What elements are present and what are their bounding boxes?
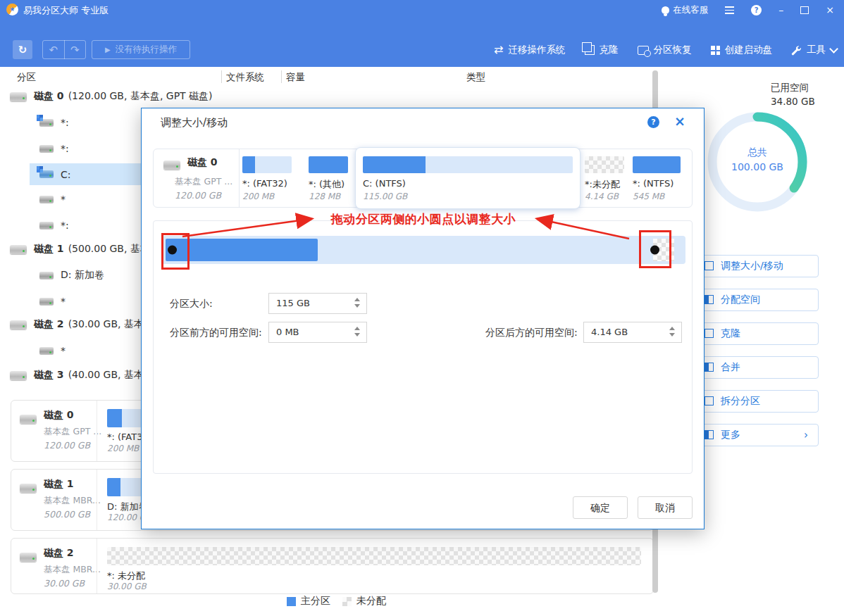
migrate-os-button[interactable]: ⇄ 迁移操作系统 [494, 44, 565, 56]
disk-name: 磁盘 3 [34, 369, 64, 382]
spinner-arrows[interactable] [354, 327, 360, 337]
space-after-input[interactable]: 4.14 GB [583, 322, 682, 343]
space-after-label: 分区后方的可用空间: [485, 322, 578, 343]
divider [239, 149, 240, 207]
clone-button[interactable]: 克隆 [585, 44, 619, 56]
partition-recovery-button[interactable]: 分区恢复 [638, 44, 692, 56]
partition-label: *: [61, 143, 69, 154]
partition-bar-fill [107, 409, 122, 427]
action-allocate-space[interactable]: 分配空间 [696, 289, 819, 311]
close-button[interactable]: × [826, 5, 834, 15]
disk-card-name: 磁盘 0 [44, 409, 74, 422]
action-split-partition[interactable]: 拆分分区 [696, 390, 819, 413]
map-partition-fat32[interactable]: *: (FAT32) 200 MB [242, 149, 303, 207]
partition-bar [309, 156, 348, 173]
partition-bar-fill [363, 156, 426, 173]
spin-up-icon[interactable] [669, 327, 675, 330]
clone-icon [585, 45, 595, 55]
partition-label: C: (NTFS) [363, 178, 406, 189]
spin-down-icon[interactable] [354, 333, 360, 337]
space-after-value: 4.14 GB [591, 322, 628, 342]
map-partition-ntfs2[interactable]: *: (NTFS) 545 MB [633, 149, 692, 207]
create-boot-disk-button[interactable]: 创建启动盘 [711, 44, 773, 56]
action-clone[interactable]: 克隆 [696, 322, 819, 345]
spinner-arrows[interactable] [354, 298, 360, 308]
disk-name: 磁盘 2 [34, 318, 64, 331]
partition-label: *: (NTFS) [633, 178, 674, 189]
windows-badge-icon [37, 115, 43, 121]
dialog-title: 调整大小/移动 [161, 116, 228, 130]
clone-label: 克隆 [600, 44, 619, 56]
wrench-icon [791, 45, 802, 56]
header-chrome: ★ 易我分区大师 专业版 在线客服 ? – × ↻ ↶ ↷ ▶ [0, 0, 844, 67]
partition-label: * [61, 345, 66, 356]
pending-operations-label: 没有待执行操作 [116, 44, 178, 56]
spin-up-icon[interactable] [354, 298, 360, 301]
dialog-close-icon[interactable]: × [674, 113, 685, 129]
disk-name: 磁盘 0 [34, 90, 64, 103]
disk-detail: (120.00 GB, 基本盘, GPT 磁盘) [68, 90, 213, 103]
partition-size-input[interactable]: 115 GB [268, 293, 367, 314]
used-space-label: 已用空间 [771, 82, 809, 94]
undo-button[interactable]: ↶ [43, 44, 64, 56]
spinner-arrows[interactable] [669, 327, 675, 337]
legend-primary-label: 主分区 [301, 595, 330, 608]
partition-bar-fill [107, 478, 120, 496]
action-label: 克隆 [721, 327, 740, 340]
map-partition-c-selected[interactable]: C: (NTFS) 115.00 GB [355, 147, 581, 209]
online-support-button[interactable]: 在线客服 [662, 4, 708, 16]
partition-icon [39, 145, 54, 153]
resize-slider-track[interactable] [161, 236, 685, 264]
disk-icon [10, 92, 27, 101]
redo-button[interactable]: ↷ [65, 44, 86, 56]
windows-badge-icon [37, 166, 43, 172]
app-window: ★ 易我分区大师 专业版 在线客服 ? – × ↻ ↶ ↷ ▶ [0, 0, 844, 616]
column-filesystem: 文件系统 [226, 68, 264, 86]
spin-down-icon[interactable] [354, 304, 360, 308]
partition-recovery-icon [638, 46, 649, 55]
disk-card-2[interactable]: 磁盘 2 基本盘 MBR... 30.00 GB *: 未分配 30.00 GB [11, 538, 654, 594]
operations-list-icon[interactable] [725, 6, 734, 14]
resize-move-dialog: 调整大小/移动 ? × 磁盘 0 基本盘 GPT ... 120.00 GB *… [141, 108, 705, 529]
disk-card-size: 120.00 GB [44, 440, 90, 451]
action-more[interactable]: 更多 › [696, 424, 819, 446]
refresh-button[interactable]: ↻ [13, 40, 32, 59]
column-capacity: 容量 [286, 68, 305, 86]
disk-card-size: 30.00 GB [44, 578, 85, 589]
merge-icon [705, 363, 714, 372]
divider [97, 470, 97, 530]
action-merge[interactable]: 合并 [696, 356, 819, 379]
resize-icon [705, 261, 714, 270]
title-bar: ★ 易我分区大师 专业版 在线客服 ? – × [0, 0, 844, 20]
chevron-down-icon [829, 44, 838, 54]
map-partition-unallocated[interactable]: *:未分配 4.14 GB [585, 149, 630, 207]
ok-button[interactable]: 确定 [573, 496, 628, 519]
disk-icon [163, 161, 180, 170]
partition-bar [242, 156, 292, 173]
space-before-input[interactable]: 0 MB [268, 322, 367, 343]
action-resize-move[interactable]: 调整大小/移动 [696, 255, 819, 277]
divider [97, 401, 97, 461]
allocate-icon [705, 295, 714, 304]
donut-center-text: 总共 100.00 GB [715, 145, 800, 175]
action-label: 合并 [721, 361, 740, 374]
spin-up-icon[interactable] [354, 327, 360, 330]
column-type: 类型 [466, 68, 485, 86]
split-icon [705, 396, 714, 406]
refresh-icon: ↻ [18, 44, 27, 56]
tree-disk-0[interactable]: 磁盘 0 (120.00 GB, 基本盘, GPT 磁盘) [10, 87, 630, 106]
map-partition-other[interactable]: *: (其他) 128 MB [309, 149, 354, 207]
partition-bar [633, 156, 681, 173]
help-icon[interactable]: ? [751, 5, 762, 15]
pending-operations-button[interactable]: ▶ 没有待执行操作 [92, 40, 190, 59]
partition-label: D: 新加卷 [61, 269, 104, 282]
disk-icon [20, 415, 37, 424]
unallocated-bar[interactable] [107, 547, 641, 565]
spin-down-icon[interactable] [669, 333, 675, 337]
dialog-help-icon[interactable]: ? [647, 116, 659, 128]
tools-menu-button[interactable]: 工具 [791, 44, 837, 56]
maximize-button[interactable] [800, 6, 809, 14]
cancel-button[interactable]: 取消 [638, 496, 693, 519]
partition-size: 545 MB [633, 191, 664, 201]
minimize-button[interactable]: – [778, 5, 783, 15]
